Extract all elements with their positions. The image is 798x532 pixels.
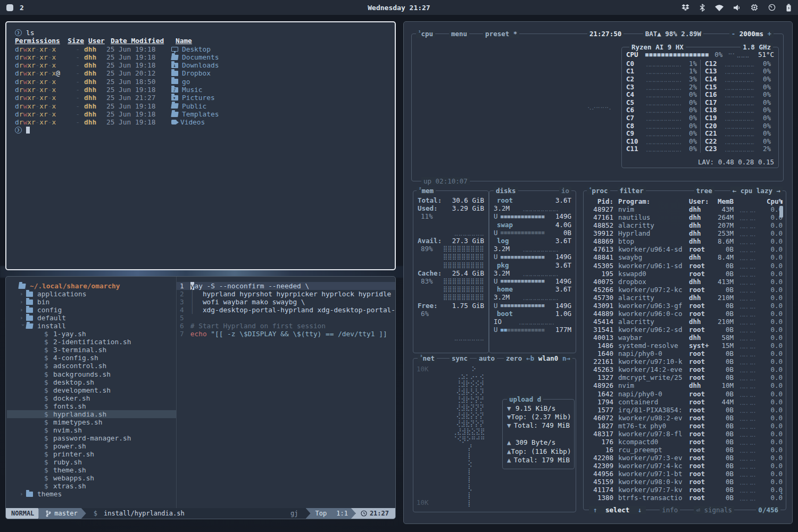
process-row[interactable]: 40013 waybar dhh 58M ⢀⣀⡀⣀⡀ 0.0 — [587, 334, 784, 342]
code-line[interactable]: 5 — [177, 314, 395, 322]
process-row[interactable]: 45730 alacritty dhh 210M ⢀⣀⡀⣀⡀ 0.0 — [587, 294, 784, 302]
io-mode-toggle[interactable]: io — [559, 187, 571, 195]
signals-button[interactable]: ⏎ signals — [694, 506, 734, 514]
tree-item[interactable]: › bin — [7, 298, 176, 306]
chevron-icon[interactable]: › — [20, 290, 26, 298]
tree-item[interactable]: $ mimetypes.sh — [7, 418, 176, 426]
chevron-icon[interactable]: › — [20, 298, 26, 306]
process-row[interactable]: 40075 dropbox dhh 413M ⢀⣀⡀⣀⡀ 0.0 — [587, 278, 784, 286]
process-row[interactable]: 45263 kworker/14:2-eve root 0B ⢀⣀⡀⣀⡀ 0.0 — [587, 365, 784, 373]
process-row[interactable]: 1827 mt76-tx phy0 root 0B ⢀⣀⡀⣀⡀ 0.0 — [587, 422, 784, 430]
volume-icon[interactable] — [734, 4, 741, 11]
net-sync-toggle[interactable]: sync — [450, 354, 470, 362]
dropbox-icon[interactable] — [681, 4, 689, 11]
tree-item[interactable]: › config — [7, 306, 176, 314]
prompt-line-active[interactable]: ❯ — [15, 127, 386, 134]
process-row[interactable]: 48927 nvim dhh 43M ⢀⣀⡀⣀⡀ 0.0 — [587, 205, 784, 213]
code-line[interactable]: 7 echo "[[ -z \$DISPLAY && \$(tty) == /d… — [177, 330, 395, 338]
tree-item[interactable]: $ desktop.sh — [7, 378, 176, 386]
tree-item[interactable]: $ xtras.sh — [7, 482, 176, 490]
chevron-icon[interactable]: › — [20, 490, 26, 498]
wifi-icon[interactable] — [715, 4, 724, 11]
tree-item[interactable]: $ backgrounds.sh — [7, 370, 176, 378]
process-row[interactable]: 195 kswapd0 root 0B ⢀⣀⡀⣀⡀ 0.0 — [587, 270, 784, 278]
code-line[interactable]: 2 │ hyprland hyprshot hyprpicker hyprloc… — [177, 290, 395, 298]
process-row[interactable]: 1640 napi/phy0-0 root 0B ⢀⣀⡀⣀⡀ 0.0 — [587, 350, 784, 358]
process-row[interactable]: 42208 kworker/u97:3-ev root 0B ⢀⣀⡀⣀⡀ 0.0 — [587, 454, 784, 462]
proc-box-tab[interactable]: ⁴proc — [587, 187, 610, 195]
process-row[interactable]: 1380 btrfs-transactio root 0B ⢀⣀⡀⣀⡀ 0.0 — [587, 494, 784, 502]
tree-item[interactable]: $ development.sh — [7, 386, 176, 394]
menu-button[interactable]: menu — [449, 30, 469, 38]
tree-item[interactable]: › themes — [7, 490, 176, 498]
col-pid[interactable]: Pid: — [587, 197, 613, 205]
process-row[interactable]: 43091 kworker/u96:3-gf root 0B ⢀⣀⡀⣀⡀ 0.0 — [587, 302, 784, 310]
tree-item[interactable]: $ hyprlandia.sh — [7, 410, 176, 418]
cpu-box-tab[interactable]: ¹cpu — [416, 30, 435, 38]
chevron-icon[interactable]: › — [20, 306, 26, 314]
cpu-chip-icon[interactable] — [751, 4, 758, 11]
process-row[interactable]: 31541 kworker/u96:2-sd root 0B ⢀⣀⡀⣀⡀ 0.0 — [587, 326, 784, 334]
process-row[interactable]: 45305 kworker/u96:1-sd root 0B ⢀⣀⡀⣀⡀ 0.0 — [587, 262, 784, 270]
process-row[interactable]: 45414 alacritty dhh 210M ⢀⣀⡀⣀⡀ 0.0 — [587, 318, 784, 326]
scrollbar-thumb[interactable] — [779, 206, 783, 218]
tree-item[interactable]: $ 3-terminal.sh — [7, 346, 176, 354]
col-memory[interactable]: MemB — [711, 197, 734, 205]
scroll-down-arrow[interactable]: ↓ — [779, 488, 784, 496]
battery-icon[interactable] — [786, 4, 792, 12]
tree-item[interactable]: $ ruby.sh — [7, 458, 176, 466]
interval-decrease[interactable]: - — [732, 30, 736, 38]
process-row[interactable]: 44956 kworker/u97:1-bt root 0B ⢀⣀⡀⣀⡀ 0.0 — [587, 470, 784, 478]
code-line[interactable]: 4 │ xdg-desktop-portal-hyprland xdg-desk… — [177, 306, 395, 314]
tree-item[interactable]: $ printer.sh — [7, 450, 176, 458]
proc-sort-selector[interactable]: ← cpu lazy → — [730, 187, 783, 195]
process-row[interactable]: 22161 kworker/u97:10-k root 0B ⢀⣀⡀⣀⡀ 0.0 — [587, 358, 784, 365]
preset-button[interactable]: preset * — [483, 30, 519, 38]
chevron-icon[interactable]: › — [20, 314, 26, 322]
net-interface-switcher[interactable]: ←b wlan0 n→ — [524, 354, 572, 362]
process-row[interactable]: 39912 Hyprland dhh 253M ⢀⣀⡀⣀⡀ 0.0 — [587, 229, 784, 237]
tree-item[interactable]: $ docker.sh — [7, 394, 176, 402]
tree-item[interactable]: › install — [7, 322, 176, 330]
code-line[interactable]: 1 yay -S --noconfirm --needed \ — [177, 282, 395, 290]
process-row[interactable]: 48926 nvim dhh 10M ⢀⣀⡀⣀⡀ 0.0 — [587, 381, 784, 389]
process-row[interactable]: 16 rcu_preempt root 0B ⢀⣀⡀⣀⡀ 0.0 — [587, 446, 784, 454]
net-box-tab[interactable]: ³net — [418, 354, 437, 362]
col-program[interactable]: Program: — [613, 197, 687, 205]
process-row[interactable]: 44889 kworker/u96:0-co root 0B ⢀⣀⡀⣀⡀ 0.0 — [587, 310, 784, 318]
tree-item[interactable]: $ nvim.sh — [7, 426, 176, 434]
net-zero-toggle[interactable]: zero — [504, 354, 524, 362]
tree-item[interactable]: › default — [7, 314, 176, 322]
process-row[interactable]: 47161 nautilus dhh 264M ⢀⣀⡀⣀⡀ 0.0 — [587, 213, 784, 221]
bluetooth-icon[interactable] — [700, 4, 705, 12]
tree-item[interactable]: $ theme.sh — [7, 466, 176, 474]
code-line[interactable]: 6 # Start Hyprland on first session — [177, 322, 395, 330]
tree-item[interactable]: $ password-manager.sh — [7, 434, 176, 442]
tree-item[interactable]: $ 4-config.sh — [7, 354, 176, 362]
editor-buffer[interactable]: 1 yay -S --noconfirm --needed \ 2 │ hypr… — [177, 277, 395, 508]
tree-item[interactable]: $ adscontrol.sh — [7, 362, 176, 370]
tree-item[interactable]: ~/.local/share/omarchy — [7, 282, 176, 290]
process-row[interactable]: 1577 irq/81-PIXA3854: root 0B ⢀⣀⡀⣀⡀ 0.0 — [587, 406, 784, 414]
mem-box-tab[interactable]: ²mem — [417, 187, 436, 195]
process-row[interactable]: 42309 kworker/u97:4-kc root 0B ⢀⣀⡀⣀⡀ 0.0 — [587, 462, 784, 470]
code-line[interactable]: 3 │ wofi waybar mako swaybg \ — [177, 298, 395, 306]
process-row[interactable]: 45266 kworker/u97:2-kc root 0B ⢀⣀⡀⣀⡀ 0.0 — [587, 286, 784, 294]
process-row[interactable]: 48852 alacritty dhh 207M ⢀⣀⡀⣀⡀ 0.0 — [587, 221, 784, 229]
info-button[interactable]: info — [660, 506, 680, 514]
gauge-icon[interactable] — [768, 4, 776, 11]
process-row[interactable]: 46072 kworker/u98:2-ev root 0B ⢀⣀⡀⣀⡀ 0.0 — [587, 414, 784, 422]
tree-item[interactable]: $ 2-identification.sh — [7, 338, 176, 346]
process-row[interactable]: 1327 dmcrypt_write/25 root 0B ⢀⣀⡀⣀⡀ 0.0 — [587, 373, 784, 381]
process-row[interactable]: 48869 btop dhh 8.6M ⢀⣀⡀⣀⡀ 0.0 — [587, 237, 784, 245]
scroll-up-arrow[interactable]: ↑ — [779, 197, 784, 205]
proc-tree-toggle[interactable]: tree — [694, 187, 714, 195]
process-row[interactable]: 1486 systemd-resolve syst+ 15M ⢀⣀⡀⣀⡀ 0.0 — [587, 342, 784, 350]
select-control[interactable]: ↑ select ↓ — [589, 506, 646, 514]
interval-increase[interactable]: + — [767, 30, 771, 38]
process-row[interactable]: 45159 kworker/u98:0-kv root 0B ⢀⣀⡀⣀⡀ 0.0 — [587, 478, 784, 486]
process-row[interactable]: 1642 napi/phy0-0 root 0B ⢀⣀⡀⣀⡀ 0.0 — [587, 390, 784, 398]
process-row[interactable]: 1794 containerd root 44M ⢀⣀⡀⣀⡀ 0.0 — [587, 398, 784, 406]
net-auto-toggle[interactable]: auto — [477, 354, 497, 362]
disks-box-tab[interactable]: disks — [494, 187, 518, 195]
